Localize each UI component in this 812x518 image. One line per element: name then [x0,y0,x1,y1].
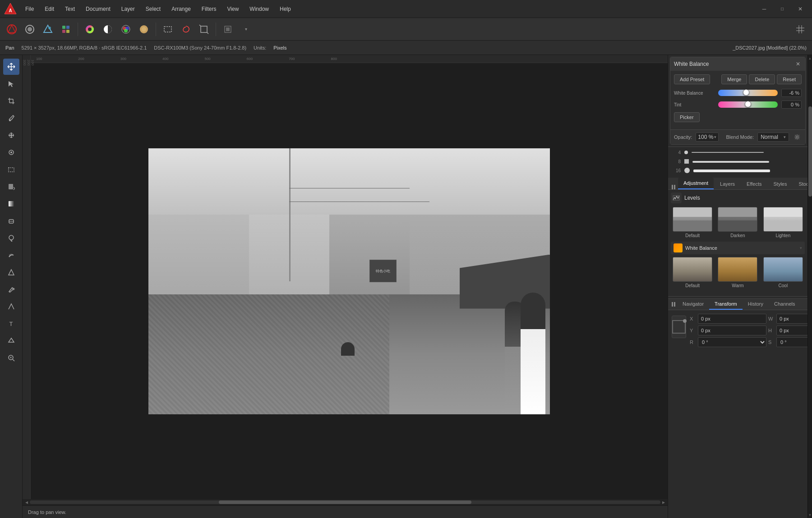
clone-tool-btn[interactable] [3,144,19,160]
temperature-value[interactable]: -6 % [781,89,802,97]
levels-default-preset[interactable]: Default [671,207,714,238]
menu-edit[interactable]: Edit [40,4,59,14]
move-tool-btn[interactable] [3,59,19,75]
menu-layer[interactable]: Layer [117,4,139,14]
smudge-tool-btn[interactable] [3,247,19,263]
wb-expand-arrow[interactable]: ▾ [800,246,802,250]
brush-preview-16[interactable] [693,167,804,174]
brush-tool-btn[interactable] [3,110,19,126]
pen-tool-btn[interactable] [3,281,19,298]
scroll-up-btn[interactable]: ▲ [808,55,812,61]
canvas-image[interactable]: 特色小吃 [148,148,550,414]
crop-tool-btn[interactable] [3,93,19,109]
brush-dot-4[interactable] [684,151,688,154]
far-right-scrollbar[interactable]: ▲ ▼ [807,55,812,518]
temperature-slider[interactable] [718,90,778,96]
y-input[interactable] [698,325,766,335]
view-tool[interactable] [220,21,236,37]
view-dropdown[interactable]: ▾ [238,21,254,37]
blend-mode-value[interactable]: Normal [761,134,778,140]
tint-thumb[interactable] [745,101,751,107]
scroll-right-btn[interactable]: ▶ [660,499,667,505]
close-btn[interactable]: ✕ [792,1,808,17]
blend-mode-arrow[interactable]: ▾ [784,135,786,139]
horizontal-scrollbar[interactable]: ◀ ▶ [23,499,668,505]
scroll-track[interactable] [30,500,660,504]
menu-select[interactable]: Select [141,4,165,14]
tab-adjustment[interactable]: Adjustment [678,178,714,189]
heal-tool-btn[interactable] [3,127,19,143]
tab-stock[interactable]: Stock [793,179,807,189]
eraser-tool-btn[interactable] [3,213,19,229]
x-input[interactable] [698,314,766,324]
freehand-lasso-tool[interactable] [178,21,194,37]
opacity-input-group[interactable]: 100 % ▾ [696,133,719,142]
picker-btn[interactable]: Picker [674,112,700,122]
scroll-down-btn[interactable]: ▼ [808,512,812,518]
vector-paint-btn[interactable] [3,298,19,315]
menu-file[interactable]: File [21,4,38,14]
canvas-viewport[interactable]: 100 200 300 100200300400500600700800 [23,55,668,499]
levels-lighten-preset[interactable]: Lighten [761,207,805,238]
tint-value[interactable]: 0 % [781,101,802,109]
menu-text[interactable]: Text [60,4,79,14]
export-persona-btn[interactable] [58,21,74,37]
w-input[interactable] [776,314,807,324]
pointer-tool-btn[interactable] [3,76,19,92]
selection-tool-btn[interactable] [3,161,19,178]
menu-document[interactable]: Document [81,4,115,14]
wb-default-preset[interactable]: Default [671,257,714,288]
brush-circle-16[interactable] [684,168,690,173]
menu-help[interactable]: Help [275,4,295,14]
levels-lighten-thumb[interactable] [763,207,803,232]
gradient-tool-btn[interactable] [3,196,19,212]
pixel-persona-btn[interactable] [40,21,56,37]
tab-effects[interactable]: Effects [741,179,767,189]
text-tool-btn[interactable]: T [3,316,19,332]
tab-navigator[interactable]: Navigator [677,299,709,310]
levels-darken-thumb[interactable] [718,207,757,232]
reset-btn[interactable]: Reset [777,74,802,84]
brush-preview-4[interactable] [692,149,804,156]
develop-persona-btn[interactable] [22,21,38,37]
temperature-thumb[interactable] [743,89,749,96]
blend-mode-select[interactable]: Normal ▾ [757,133,789,142]
app-logo[interactable]: A [4,2,17,16]
maximize-btn[interactable]: □ [774,1,790,17]
wb-cool-preset[interactable]: Cool [761,257,805,288]
wb-default-thumb[interactable] [673,257,712,282]
softproof-tool[interactable] [136,21,152,37]
h-input[interactable] [776,325,807,335]
wb-close-btn[interactable]: ✕ [794,60,802,68]
levels-default-thumb[interactable] [673,207,712,232]
tab-history[interactable]: History [743,299,769,310]
tab-channels[interactable]: Channels [769,299,800,310]
tint-slider[interactable] [718,101,778,108]
color-wheel-tool[interactable] [82,21,98,37]
crop-select-tool[interactable] [196,21,212,37]
dodge-tool-btn[interactable] [3,230,19,246]
selection-marquee-tool[interactable] [160,21,176,37]
tab-styles[interactable]: Styles [768,179,793,189]
brush-circle-8[interactable] [684,159,689,164]
s-select[interactable]: 0 ° [776,337,807,347]
wb-warm-preset[interactable]: Warm [716,257,759,288]
scroll-thumb[interactable] [219,500,471,504]
menu-arrange[interactable]: Arrange [167,4,195,14]
minimize-btn[interactable]: ─ [756,1,772,17]
tab-layers[interactable]: Layers [715,179,740,189]
contrast-tool[interactable] [100,21,116,37]
zoom-tool-btn[interactable] [3,350,19,366]
affinity-icon-btn[interactable] [4,21,20,37]
wb-cool-thumb[interactable] [763,257,803,282]
units-value[interactable]: Pixels [273,45,286,50]
scroll-left-btn[interactable]: ◀ [23,499,30,505]
hsl-tool[interactable] [118,21,134,37]
shape-tool-btn[interactable] [3,333,19,349]
blend-settings-btn[interactable] [793,133,802,142]
opacity-dropdown-arrow[interactable]: ▾ [714,135,716,139]
menu-window[interactable]: Window [245,4,273,14]
tab-transform[interactable]: Transform [709,299,743,310]
scroll-track-right[interactable] [808,61,812,512]
fill-tool-btn[interactable] [3,179,19,195]
